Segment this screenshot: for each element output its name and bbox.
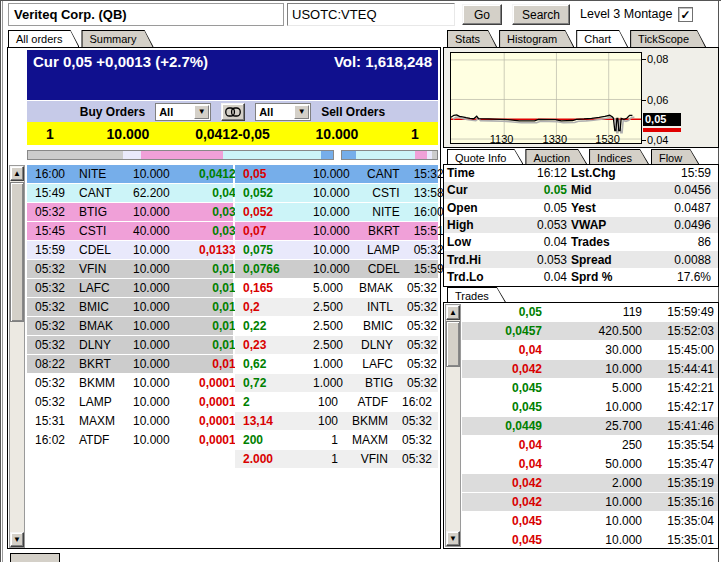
bid-mm: CANT [79,186,133,200]
tab-auction[interactable]: Auction [525,149,587,164]
bid-row[interactable]: 15:45CSTI40.0000,03 [27,222,233,241]
ask-row[interactable]: 0,076610.000CDEL15:59 [235,260,438,279]
symbol-input[interactable]: USOTC:VTEQ [287,3,455,26]
ask-row[interactable]: 0,05210.000CSTI13:58 [235,184,438,203]
bid-row[interactable]: 05:32VFIN10.0000,01 [27,260,233,279]
trades-row[interactable]: 0,0425015:35:54 [462,436,718,455]
tab-tickscope[interactable]: TickScope [630,30,706,47]
search-button[interactable]: Search [512,4,570,25]
go-button[interactable]: Go [462,4,502,25]
trades-row[interactable]: 0,0422.00015:35:19 [462,474,718,493]
ask-depth-bar [341,150,438,160]
ask-row[interactable]: 0,222.500BMIC05:32 [235,317,438,336]
tab-quote-info[interactable]: Quote Info [447,149,523,164]
montage-scrollbar[interactable]: ▲ ▼ [9,165,25,548]
ask-time: 16:00 [400,205,444,219]
trades-row[interactable]: 0,0457420.50015:52:03 [462,322,718,341]
scroll-down-button[interactable]: ▼ [10,532,24,547]
bid-size: 10.000 [133,414,170,428]
ask-row[interactable]: 0,1655.000BMAK05:32 [235,279,438,298]
trades-row[interactable]: 0,04510.00015:35:01 [462,531,718,550]
bid-row[interactable]: 05:32BKMM10.0000,0001 [27,374,233,393]
tab-summary[interactable]: Summary [81,30,153,47]
chevron-down-icon[interactable]: ▼ [194,105,209,119]
ask-row[interactable]: 2100ATDF16:02 [235,393,438,412]
trades-row[interactable]: 0,04210.00015:35:16 [462,493,718,512]
ask-row[interactable]: 0,0710.000BKRT15:51 [235,222,438,241]
quote-label: Lst.Chg [571,166,637,180]
bid-row[interactable]: 16:02ATDF10.0000,0001 [27,431,233,450]
tab-flow[interactable]: Flow [651,149,699,164]
trades-list: 0,0511915:59:490,0457420.50015:52:030,04… [462,303,718,550]
bid-time: 05:32 [35,205,79,219]
tab-trades[interactable]: Trades [447,287,506,302]
ask-row[interactable]: 0,22.500INTL05:32 [235,298,438,317]
trades-row[interactable]: 0,04510.00015:42:17 [462,398,718,417]
bid-row[interactable]: 15:49CANT62.2000,04 [27,184,233,203]
trades-row[interactable]: 0,0450.00015:35:47 [462,455,718,474]
bid-row[interactable]: 15:31MAXM10.0000,0001 [27,412,233,431]
level3-montage-checkbox[interactable]: ✓ [678,7,693,22]
ask-row[interactable]: 0,05210.000NITE16:00 [235,203,438,222]
trades-scrollbar[interactable]: ▲ ▼ [445,304,461,547]
bid-mm: CSTI [79,224,133,238]
bid-price: 0,01 [170,262,242,276]
volume-line: Vol: 1,618,248 [334,53,432,70]
trade-size: 25.700 [542,419,642,433]
tab-stats[interactable]: Stats [447,30,497,47]
bid-row[interactable]: 05:32LAFC10.0000,01 [27,279,233,298]
ask-row[interactable]: 0,721.000BTIG05:32 [235,374,438,393]
y-axis-label: 0,04 [647,134,668,146]
tab-chart[interactable]: Chart [576,30,628,47]
bid-time: 16:00 [35,167,79,181]
window-border-left [0,0,1,562]
tab-all-orders[interactable]: All orders [8,30,79,47]
scrollbar-thumb[interactable] [10,182,24,322]
trades-row[interactable]: 0,04510.00015:35:04 [462,512,718,531]
bid-row[interactable]: 05:32BMAK10.0000,01 [27,317,233,336]
chevron-down-icon[interactable]: ▼ [294,105,309,119]
scroll-up-button[interactable]: ▲ [446,305,460,320]
ask-mm: DLNY [343,338,393,352]
price-chart [450,52,642,144]
trades-row[interactable]: 0,04210.00015:44:41 [462,360,718,379]
bid-time: 16:02 [35,433,79,447]
tab-label: All orders [9,31,78,47]
ask-row[interactable]: 2001MAXM05:32 [235,431,438,450]
trades-row[interactable]: 0,0455.00015:42:21 [462,379,718,398]
scroll-down-button[interactable]: ▼ [446,531,460,546]
bottom-partial-tab[interactable] [10,553,60,562]
tab-indices[interactable]: Indices [589,149,649,164]
bid-row[interactable]: 05:32LAMP10.0000,0001 [27,393,233,412]
ask-row[interactable]: 2.0001VFIN05:32 [235,450,438,469]
trades-row[interactable]: 0,0511915:59:49 [462,303,718,322]
tab-histogram[interactable]: Histogram [499,30,574,47]
ask-time: 15:51 [400,224,444,238]
bid-row[interactable]: 08:22BKRT10.0000,01 [27,355,233,374]
ask-row[interactable]: 0,07510.000LAMP05:32 [235,241,438,260]
ask-row[interactable]: 0,0510.000CANT15:32 [235,165,438,184]
bid-mm: MAXM [79,414,133,428]
buy-filter-select[interactable]: All ▼ [155,103,211,121]
trades-row[interactable]: 0,044925.70015:41:46 [462,417,718,436]
quote-row: Trd.Lo0.04Sprd %17.6% [444,269,718,286]
bid-row[interactable]: 05:32BTIG10.0000,03 [27,203,233,222]
link-filters-button[interactable] [221,103,245,121]
depth-segment-blue [321,151,333,159]
scroll-up-button[interactable]: ▲ [10,166,24,181]
bid-row[interactable]: 15:59CDEL10.0000,0133 [27,241,233,260]
ask-row[interactable]: 0,621.000LAFC05:32 [235,355,438,374]
ask-row[interactable]: 13,14100BKMM05:32 [235,412,438,431]
ask-row[interactable]: 0,232.500DLNY05:32 [235,336,438,355]
scrollbar-thumb[interactable] [446,321,460,367]
bid-row[interactable]: 05:32DLNY10.0000,01 [27,336,233,355]
bid-row[interactable]: 05:32BMIC10.0000,01 [27,298,233,317]
ask-mm: BMAK [343,281,393,295]
trade-time: 15:52:03 [642,324,718,338]
trade-price: 0,04 [462,438,542,452]
trades-row[interactable]: 0,0430.00015:45:00 [462,341,718,360]
bid-row[interactable]: 16:00NITE10.0000,0412 [27,165,233,184]
sell-filter-select[interactable]: All ▼ [255,103,311,121]
ask-size: 1.000 [313,357,343,371]
trade-price: 0,042 [462,495,542,509]
